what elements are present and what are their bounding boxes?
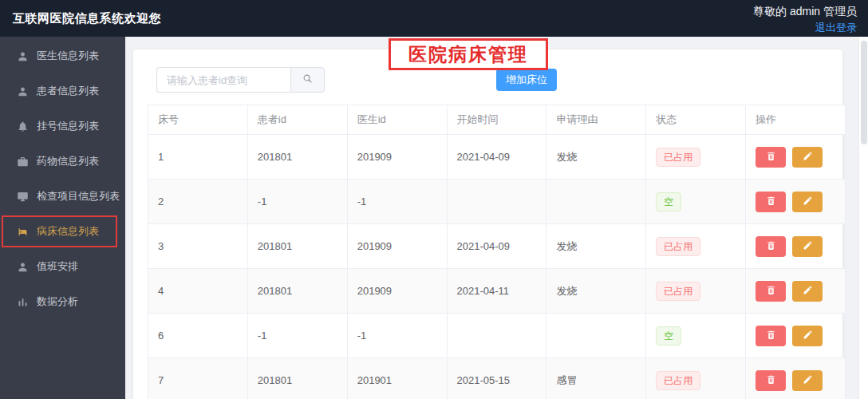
trash-icon [766,151,776,164]
cell-start-date: 2021-05-15 [447,358,546,399]
medicine-case-icon [17,156,29,168]
cell-patient-id: 201801 [247,358,347,399]
table-header-row: 床号患者id医生id开始时间申请理由状态操作 [148,105,846,135]
add-bed-button[interactable]: 增加床位 [496,69,557,91]
status-badge: 已占用 [656,237,700,256]
sidebar-item-label: 患者信息列表 [37,84,99,98]
sidebar: 医生信息列表患者信息列表挂号信息列表药物信息列表检查项目信息列表病床信息列表值班… [0,37,125,399]
pen-icon [803,330,813,342]
sidebar-item-2[interactable]: 患者信息列表 [0,73,125,109]
column-header: 患者id [247,105,347,135]
cell-bed-number: 2 [148,180,248,224]
logout-link[interactable]: 退出登录 [815,21,857,35]
cell-bed-number: 3 [148,224,248,269]
sidebar-item-label: 药物信息列表 [37,154,99,168]
app-header: 互联网医院信息系统欢迎您 尊敬的 admin 管理员 退出登录 [0,0,868,37]
cell-doctor-id: 201909 [347,135,447,180]
column-header: 医生id [347,105,447,135]
cell-doctor-id: 201909 [347,269,447,314]
search-group [156,67,325,93]
table-row: 42018012019092021-04-11发烧已占用 [148,269,846,314]
sidebar-item-7[interactable]: 值班安排 [0,249,125,284]
search-input[interactable] [156,67,290,93]
sidebar-item-5[interactable]: 检查项目信息列表 [0,179,125,214]
table-row: 72018012019012021-05-15感冒已占用 [148,358,846,399]
pen-icon [803,196,813,208]
cell-actions [746,269,846,314]
status-badge: 已占用 [656,282,700,301]
sidebar-item-label: 挂号信息列表 [37,119,99,133]
cell-reason [546,314,646,358]
duty-user-icon [17,261,29,273]
sidebar-item-4[interactable]: 药物信息列表 [0,144,125,179]
cell-actions [746,314,846,358]
trash-icon [766,285,776,298]
cell-status: 已占用 [646,224,746,269]
edit-button[interactable] [792,370,823,391]
table-row: 12018012019092021-04-09发烧已占用 [148,135,846,180]
scrollbar-thumb[interactable] [861,41,867,144]
edit-button[interactable] [792,281,823,302]
cell-actions [746,180,846,224]
cell-status: 空 [646,180,746,224]
column-header: 操作 [746,105,846,135]
cell-reason [546,180,646,224]
cell-patient-id: 201801 [247,224,347,269]
cell-reason: 发烧 [546,269,646,314]
cell-doctor-id: -1 [347,180,447,224]
cell-reason: 发烧 [546,135,646,180]
status-badge: 空 [656,192,681,211]
delete-button[interactable] [756,281,786,302]
cell-start-date: 2021-04-09 [447,135,546,180]
patient-user-icon [17,85,29,97]
pen-icon [803,374,813,387]
cell-actions [746,135,846,180]
trash-icon [766,240,776,253]
pen-icon [803,285,813,298]
status-badge: 空 [656,326,681,346]
pen-icon [803,240,813,253]
cell-start-date [447,314,546,358]
sidebar-item-6[interactable]: 病床信息列表 [0,214,125,249]
delete-button[interactable] [756,192,786,212]
sidebar-item-3[interactable]: 挂号信息列表 [0,109,125,144]
edit-button[interactable] [792,236,823,257]
user-greeting: 尊敬的 admin 管理员 [753,5,857,19]
pen-icon [803,151,813,164]
search-icon [302,73,314,87]
delete-button[interactable] [756,236,786,257]
cell-status: 已占用 [646,269,746,314]
cell-status: 已占用 [646,135,746,180]
cell-patient-id: 201801 [247,135,347,180]
edit-button[interactable] [792,147,823,168]
cell-start-date: 2021-04-09 [447,224,546,269]
delete-button[interactable] [756,326,786,346]
cell-doctor-id: -1 [347,314,447,358]
cell-bed-number: 4 [148,269,248,314]
delete-button[interactable] [756,147,786,168]
sidebar-item-1[interactable]: 医生信息列表 [0,38,125,73]
edit-button[interactable] [792,326,823,346]
column-header: 申请理由 [546,105,646,135]
cell-bed-number: 6 [148,314,248,358]
column-header: 状态 [646,105,746,135]
sidebar-item-label: 数据分析 [37,294,78,309]
cell-patient-id: 201801 [247,269,347,314]
cell-start-date [447,180,546,224]
column-header: 床号 [148,105,248,135]
cell-doctor-id: 201901 [347,358,447,399]
bar-chart-icon [17,296,29,308]
content-card: 增加床位 床号患者id医生id开始时间申请理由状态操作 120180120190… [133,49,842,399]
cell-doctor-id: 201909 [347,224,447,269]
sidebar-item-8[interactable]: 数据分析 [0,284,125,319]
trash-icon [766,330,776,342]
cell-reason: 发烧 [546,224,646,269]
cell-bed-number: 7 [148,358,248,399]
trash-icon [766,196,776,208]
cell-start-date: 2021-04-11 [447,269,546,314]
scrollbar[interactable] [858,37,868,399]
delete-button[interactable] [756,370,786,391]
page-title: 医院病床管理 [389,38,548,70]
edit-button[interactable] [792,192,823,212]
search-button[interactable] [290,67,325,93]
